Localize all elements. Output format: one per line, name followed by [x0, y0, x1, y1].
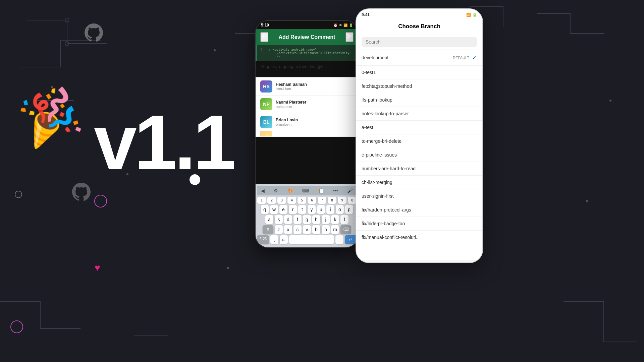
key-w[interactable]: w: [270, 205, 278, 214]
branch-item-2[interactable]: fetchtagstopush-method: [356, 79, 482, 93]
key-5[interactable]: 5: [298, 197, 306, 204]
comment-text: People are going to love this @i: [260, 64, 322, 69]
svg-point-9: [609, 100, 611, 102]
keyboard-number-row: 1 2 3 4 5 6 7 8 9 0: [257, 197, 357, 204]
mention-avatar-4: ...: [260, 131, 272, 137]
key-n[interactable]: n: [322, 225, 330, 234]
key-g[interactable]: g: [303, 215, 311, 224]
key-backspace[interactable]: ⌫: [340, 225, 351, 234]
kb-back-button[interactable]: ◀: [260, 187, 266, 194]
mention-info-1: Hesham Salman Iron-Ham: [276, 82, 307, 91]
branch-item-8[interactable]: numbers-are-hard-to-read: [356, 162, 482, 176]
key-return[interactable]: ↵: [345, 235, 357, 244]
key-b[interactable]: b: [312, 225, 320, 234]
back-button[interactable]: [260, 32, 268, 42]
key-1[interactable]: 1: [257, 197, 266, 204]
svg-point-8: [227, 267, 229, 269]
comment-input-area[interactable]: People are going to love this @i|: [256, 61, 358, 77]
branch-item-6[interactable]: to-merge-b4-delete: [356, 134, 482, 148]
key-h[interactable]: h: [312, 215, 320, 224]
branch-item-10[interactable]: user-signin-first: [356, 189, 482, 203]
branch-search-input[interactable]: [362, 37, 477, 47]
branch-item-12[interactable]: fix/hide-pr-badge-too: [356, 217, 482, 231]
screen-title: Add Review Comment: [279, 34, 335, 40]
mention-item-1[interactable]: HS Hesham Salman Iron-Ham: [256, 78, 358, 96]
branch-name-1: 0-test1: [362, 70, 376, 75]
branch-item-5[interactable]: a-test: [356, 121, 482, 134]
key-d[interactable]: d: [284, 215, 292, 224]
branch-item-9[interactable]: ch-list-merging: [356, 176, 482, 189]
phone-frame-review: 5:19 ⏰👁📶🔋 Add Review Comment 4 + <activi…: [255, 20, 359, 248]
key-r[interactable]: r: [289, 205, 297, 214]
key-m[interactable]: m: [331, 225, 339, 234]
avatar-img-1: HS: [260, 80, 272, 93]
key-j[interactable]: j: [322, 215, 330, 224]
kb-mic-button[interactable]: 🎤: [346, 187, 354, 194]
key-v[interactable]: v: [303, 225, 311, 234]
branch-item-0[interactable]: development DEFAULT ✓: [356, 50, 482, 66]
mention-item-3[interactable]: BL Brian Lovin brianlovin: [256, 113, 358, 131]
branch-name-4: notes-lookup-to-parser: [362, 111, 409, 116]
key-space[interactable]: [289, 235, 334, 244]
avatar-img-3: BL: [260, 116, 272, 128]
key-comma[interactable]: ,: [270, 235, 278, 244]
phone-mockup-review: 5:19 ⏰👁📶🔋 Add Review Comment 4 + <activi…: [255, 20, 366, 342]
key-7[interactable]: 7: [318, 197, 326, 204]
mention-avatar-2: NP: [260, 98, 272, 110]
branch-header: Choose Branch: [356, 19, 482, 34]
branch-name-10: user-signin-first: [362, 193, 394, 199]
svg-text:♥: ♥: [95, 262, 100, 273]
github-logo-top: [85, 23, 103, 42]
branch-item-11[interactable]: fix/harden-protocol-args: [356, 203, 482, 217]
branch-list: development DEFAULT ✓ 0-test1 fetchtagst…: [356, 50, 482, 260]
key-6[interactable]: 6: [308, 197, 316, 204]
key-8[interactable]: 8: [328, 197, 336, 204]
key-x[interactable]: x: [284, 225, 292, 234]
branch-item-13[interactable]: fix/manual-conflict-resoluti...: [356, 231, 482, 244]
avatar-img-2: NP: [260, 98, 272, 110]
branch-item-7[interactable]: e-pipeline-issues: [356, 148, 482, 162]
keyboard-row-z: ⇧ z x c v b n m ⌫: [257, 225, 357, 234]
line-number: 4: [260, 48, 266, 58]
key-f[interactable]: f: [293, 215, 302, 224]
key-4[interactable]: 4: [287, 197, 296, 204]
key-q[interactable]: q: [261, 205, 269, 214]
key-t[interactable]: t: [298, 205, 306, 214]
key-y[interactable]: y: [308, 205, 316, 214]
key-p[interactable]: p: [345, 205, 353, 214]
kb-more-button[interactable]: •••: [332, 187, 339, 194]
send-button[interactable]: [345, 32, 354, 42]
mention-info-2: Naomi Plasterer nplasterer: [276, 100, 306, 109]
branch-item-4[interactable]: notes-lookup-to-parser: [356, 107, 482, 121]
mention-info-3: Brian Lovin brianlovin: [276, 118, 298, 126]
key-e[interactable]: e: [279, 205, 287, 214]
key-z[interactable]: z: [275, 225, 283, 234]
branch-item-3[interactable]: lfs-path-lookup: [356, 93, 482, 107]
key-s[interactable]: s: [275, 215, 283, 224]
key-l[interactable]: l: [340, 215, 348, 224]
key-k[interactable]: k: [331, 215, 339, 224]
mention-name-2: Naomi Plasterer: [276, 100, 306, 105]
key-period[interactable]: .: [335, 235, 343, 244]
version-dot: [190, 174, 200, 185]
key-9[interactable]: 9: [338, 197, 346, 204]
branch-item-1[interactable]: 0-test1: [356, 66, 482, 79]
phone-time: 5:19: [261, 23, 269, 27]
key-2[interactable]: 2: [267, 197, 276, 204]
key-i[interactable]: i: [326, 205, 334, 214]
key-emoji[interactable]: ☺: [280, 235, 288, 244]
kb-clipboard-button[interactable]: 📋: [317, 187, 325, 194]
keyboard-row-q: q w e r t y u i o p: [257, 205, 357, 214]
key-o[interactable]: o: [336, 205, 344, 214]
mention-item-2[interactable]: NP Naomi Plasterer nplasterer: [256, 96, 358, 113]
key-shift[interactable]: ⇧: [263, 225, 273, 234]
kb-keyboard-button[interactable]: ⌨: [301, 187, 310, 194]
code-text: <activity android:name=" .activities.Edi…: [273, 48, 351, 58]
key-u[interactable]: u: [317, 205, 325, 214]
kb-settings-button[interactable]: ⚙: [272, 187, 279, 194]
key-3[interactable]: 3: [277, 197, 286, 204]
key-c[interactable]: c: [293, 225, 302, 234]
key-a[interactable]: a: [265, 215, 273, 224]
kb-theme-button[interactable]: 🎨: [286, 187, 294, 194]
key-num-sym[interactable]: ?123: [257, 235, 269, 244]
